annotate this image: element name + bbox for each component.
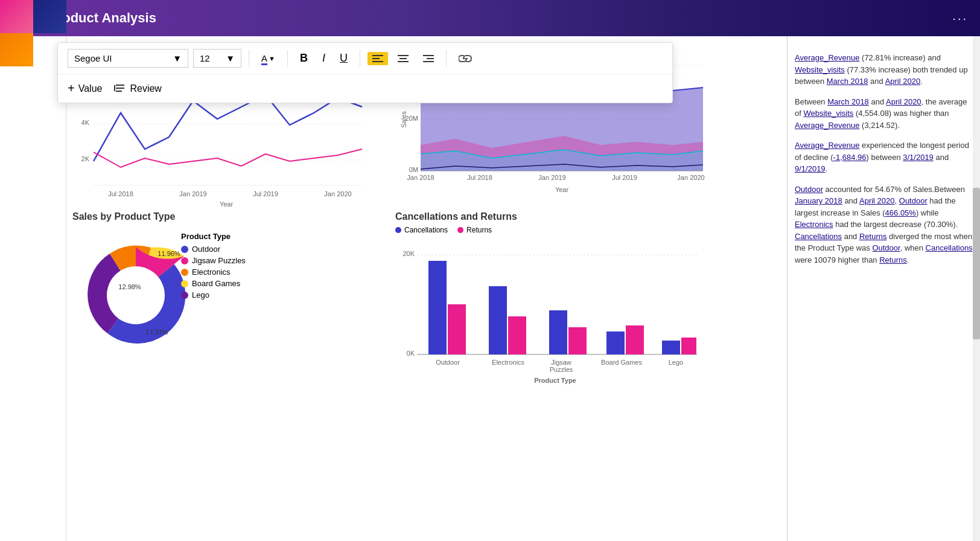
underline-button[interactable]: U — [335, 50, 352, 67]
cancellations-title: Cancellations and Returns — [395, 211, 715, 222]
svg-text:Electronics: Electronics — [492, 359, 524, 366]
svg-rect-52 — [549, 310, 567, 354]
svg-text:0M: 0M — [409, 166, 418, 173]
svg-text:Outdoor: Outdoor — [436, 359, 460, 366]
svg-text:0K: 0K — [407, 350, 415, 357]
scrollbar-thumb[interactable] — [973, 188, 980, 339]
svg-text:20K: 20K — [402, 250, 415, 257]
svg-text:Jigsaw: Jigsaw — [551, 359, 571, 366]
separator — [287, 50, 288, 67]
svg-rect-55 — [626, 325, 644, 354]
link-button[interactable] — [454, 52, 477, 65]
logo-orange — [0, 33, 33, 66]
review-icon — [114, 83, 126, 94]
scrollbar-track[interactable] — [973, 36, 980, 541]
product-legend: Product Type Outdoor Jigsaw Puzzles Elec… — [181, 232, 246, 302]
font-family-select[interactable]: Segoe UI ▼ — [68, 49, 188, 68]
svg-rect-51 — [508, 316, 526, 354]
toolbar-popup: Segoe UI ▼ 12 ▼ A ▼ B I U — [57, 42, 673, 103]
separator — [360, 50, 360, 67]
legend-electronics: Electronics — [181, 267, 246, 277]
svg-text:Sales: Sales — [400, 111, 407, 128]
review-button[interactable]: Review — [114, 83, 161, 94]
svg-text:Jan 2020: Jan 2020 — [324, 190, 351, 197]
svg-rect-54 — [606, 331, 625, 354]
separator — [249, 50, 249, 67]
align-left-button[interactable] — [368, 52, 388, 65]
align-left-icon — [372, 54, 383, 63]
header: Product Analysis ··· — [0, 0, 980, 36]
toolbar-row-actions: + Value Review — [58, 74, 672, 103]
cancellations-legend: Cancellations Returns — [395, 226, 715, 234]
svg-rect-50 — [489, 286, 507, 354]
insight-paragraph-1: Average_Revenue (72.81% increase) and We… — [795, 52, 973, 88]
separator — [446, 50, 447, 67]
header-menu-dots[interactable]: ··· — [952, 11, 968, 25]
svg-text:Puzzles: Puzzles — [550, 366, 573, 373]
svg-text:2K: 2K — [81, 155, 90, 162]
svg-text:Lego: Lego — [669, 359, 683, 366]
svg-rect-56 — [662, 341, 680, 354]
insight-panel: Average_Revenue (72.81% increase) and We… — [787, 36, 980, 541]
svg-point-39 — [107, 266, 165, 324]
sales-product-container: Sales by Product Type 54.67% 1 — [72, 211, 386, 399]
cancellations-bar-svg: 20K 0K Outdoor Electronics Jigsaw — [395, 238, 703, 389]
sales-product-inner: 54.67% 17.37% 12.98% 11.96% Product Type… — [72, 226, 386, 365]
svg-text:12.98%: 12.98% — [118, 283, 141, 290]
svg-text:Jul 2018: Jul 2018 — [467, 174, 492, 181]
svg-text:Jul 2019: Jul 2019 — [253, 190, 278, 197]
toolbar-row-formatting: Segoe UI ▼ 12 ▼ A ▼ B I U — [58, 43, 672, 74]
svg-rect-53 — [568, 327, 587, 354]
italic-button[interactable]: I — [317, 50, 330, 67]
font-size-select[interactable]: 12 ▼ — [193, 49, 241, 68]
svg-text:Board Games: Board Games — [601, 359, 642, 366]
svg-text:Jul 2019: Jul 2019 — [612, 174, 637, 181]
svg-rect-57 — [681, 338, 696, 354]
link-icon — [459, 54, 472, 63]
insight-paragraph-3: Average_Revenue experienced the longest … — [795, 139, 973, 175]
logo-pink — [0, 0, 33, 33]
add-value-button[interactable]: + Value — [68, 82, 102, 95]
legend-outdoor: Outdoor — [181, 245, 246, 254]
legend-returns: Returns — [457, 226, 492, 234]
svg-text:Jan 2019: Jan 2019 — [538, 174, 565, 181]
svg-text:Jul 2018: Jul 2018 — [108, 190, 133, 197]
svg-text:Year: Year — [555, 186, 569, 193]
insight-paragraph-2: Between March 2018 and April 2020, the a… — [795, 96, 973, 132]
legend-lego: Lego — [181, 290, 246, 299]
align-center-button[interactable] — [393, 52, 413, 65]
svg-text:4K: 4K — [81, 119, 90, 126]
legend-cancellations: Cancellations — [395, 226, 448, 234]
svg-text:11.96%: 11.96% — [158, 250, 180, 257]
svg-text:17.37%: 17.37% — [145, 328, 168, 336]
bold-button[interactable]: B — [295, 50, 313, 67]
svg-rect-48 — [428, 261, 447, 354]
insight-paragraph-4: Outdoor accounted for 54.67% of Sales.Be… — [795, 184, 973, 266]
font-color-button[interactable]: A ▼ — [256, 51, 280, 66]
svg-text:Jan 2020: Jan 2020 — [677, 174, 704, 181]
logo-navy — [33, 0, 66, 33]
legend-jigsaw: Jigsaw Puzzles — [181, 256, 246, 265]
donut-chart-svg: 54.67% 17.37% 12.98% 11.96% — [72, 226, 199, 365]
svg-text:Product Type: Product Type — [534, 377, 576, 384]
align-center-icon — [398, 54, 409, 63]
cancellations-container: Cancellations and Returns Cancellations … — [395, 211, 715, 399]
legend-board-games: Board Games — [181, 279, 246, 288]
main-content: Website Website v... 6K 4K 2K Jul 2018 J… — [66, 36, 980, 541]
sales-product-title: Sales by Product Type — [72, 211, 386, 222]
svg-text:Year: Year — [220, 200, 234, 208]
svg-text:Jan 2019: Jan 2019 — [179, 190, 206, 197]
product-type-legend-title: Product Type — [181, 232, 246, 241]
svg-rect-49 — [448, 304, 466, 354]
sidebar-left — [0, 36, 66, 541]
align-right-icon — [423, 54, 434, 63]
align-right-button[interactable] — [418, 52, 439, 65]
svg-text:Jan 2018: Jan 2018 — [407, 174, 434, 181]
